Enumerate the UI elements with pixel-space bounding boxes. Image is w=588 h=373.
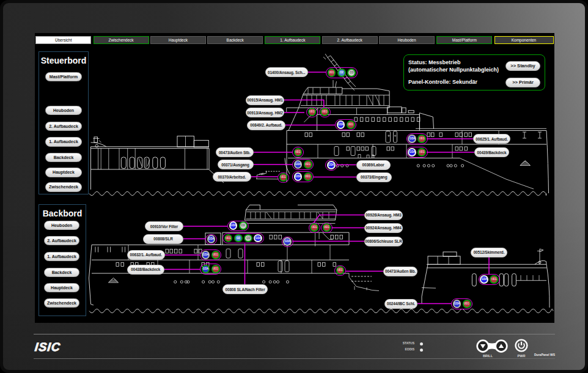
svg-text:BRILL: BRILL: [483, 354, 493, 358]
svg-text:PWR: PWR: [518, 354, 526, 358]
